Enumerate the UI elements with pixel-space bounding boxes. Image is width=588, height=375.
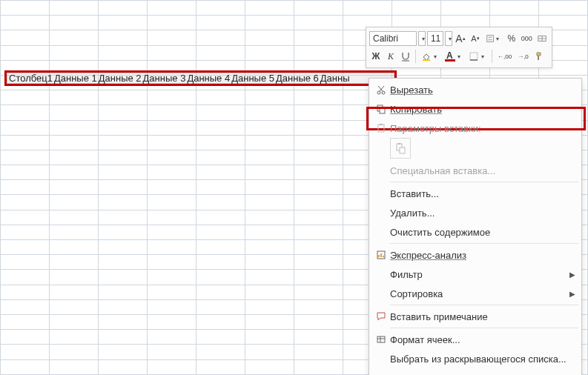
comment-icon — [372, 311, 390, 322]
svg-rect-14 — [377, 336, 385, 342]
menu-sort[interactable]: Сортировка ▶ — [369, 284, 581, 303]
menu-format-cells[interactable]: Формат ячеек... — [369, 330, 581, 349]
svg-rect-8 — [378, 125, 384, 132]
increase-decimal-button[interactable]: ←,00 — [495, 49, 514, 64]
quick-analysis-icon — [372, 250, 390, 260]
menu-label: Копировать — [390, 104, 575, 115]
menu-define-name[interactable]: Присвоить имя... — [369, 368, 581, 375]
svg-rect-3 — [470, 53, 478, 60]
mini-toolbar: Calibri ▾ 11 ▾ A▴ A▾ ▾ % 000 Ж К ▾ А ▾ — [366, 27, 552, 68]
cell-value: Данные 3 — [142, 73, 187, 84]
accounting-format-button[interactable]: ▾ — [483, 31, 503, 46]
menu-separator — [390, 305, 578, 305]
font-name-value: Calibri — [373, 33, 398, 44]
separator — [492, 50, 492, 63]
italic-button[interactable]: К — [384, 49, 397, 64]
scissors-icon — [372, 84, 390, 95]
percent-format-button[interactable]: % — [505, 31, 518, 46]
fill-color-button[interactable]: ▾ — [419, 49, 441, 64]
menu-copy[interactable]: Копировать — [369, 99, 581, 119]
copy-icon — [372, 104, 390, 114]
menu-label: Выбрать из раскрывающегося списка... — [390, 354, 575, 365]
font-name-combo[interactable]: Calibri — [369, 31, 417, 46]
merge-button[interactable] — [535, 31, 549, 46]
cell-value: Данные 4 — [186, 73, 231, 84]
cell-value: Столбец1 — [8, 73, 53, 84]
menu-label: Формат ячеек... — [390, 334, 575, 345]
menu-label: Вырезать — [390, 84, 575, 96]
menu-label: Экспресс-анализ — [390, 250, 575, 261]
menu-paste-special: Специальная вставка... — [369, 161, 581, 180]
font-name-dropdown-icon[interactable]: ▾ — [418, 31, 426, 46]
svg-rect-2 — [423, 59, 430, 61]
menu-separator — [390, 243, 578, 244]
cell-value: Данные 5 — [231, 73, 275, 84]
svg-rect-9 — [380, 124, 383, 125]
menu-label: Вставить... — [390, 188, 575, 199]
menu-label: Удалить... — [390, 208, 575, 219]
font-size-dropdown-icon[interactable]: ▾ — [445, 31, 452, 46]
paste-option-button[interactable] — [390, 138, 411, 159]
clipboard-icon — [372, 123, 390, 133]
menu-insert[interactable]: Вставить... — [369, 184, 581, 203]
menu-clear-contents[interactable]: Очистить содержимое — [369, 222, 581, 242]
font-size-value: 11 — [431, 33, 440, 44]
format-painter-button[interactable] — [532, 49, 547, 64]
menu-separator — [390, 182, 578, 182]
comma-format-button[interactable]: 000 — [520, 31, 534, 46]
menu-pick-from-list[interactable]: Выбрать из раскрывающегося списка... — [369, 349, 581, 368]
borders-button[interactable]: ▾ — [466, 49, 489, 64]
menu-filter[interactable]: Фильтр ▶ — [369, 265, 581, 284]
submenu-arrow-icon: ▶ — [565, 271, 575, 279]
context-menu: Вырезать Копировать Параметры вставки: С… — [369, 78, 582, 375]
svg-point-4 — [377, 91, 380, 94]
menu-label: Очистить содержимое — [390, 227, 575, 238]
submenu-arrow-icon: ▶ — [565, 290, 575, 298]
menu-cut[interactable]: Вырезать — [369, 80, 581, 99]
separator — [415, 50, 416, 63]
decrease-decimal-button[interactable]: →,0 — [515, 49, 531, 64]
cell-value: Данны — [320, 73, 351, 84]
menu-label: Вставить примечание — [390, 311, 575, 322]
svg-rect-12 — [400, 147, 405, 153]
cell-value: Данные 2 — [98, 73, 142, 84]
menu-separator — [390, 328, 578, 328]
svg-rect-0 — [487, 36, 494, 42]
shrink-font-button[interactable]: A▾ — [469, 31, 482, 46]
menu-label: Специальная вставка... — [390, 165, 575, 176]
grow-font-button[interactable]: A▴ — [454, 31, 467, 46]
menu-delete[interactable]: Удалить... — [369, 203, 581, 222]
selected-row-highlight: Столбец1 Данные 1 Данные 2 Данные 3 Данн… — [4, 70, 397, 86]
menu-label: Присвоить имя... — [390, 373, 575, 376]
menu-label: Фильтр — [390, 269, 565, 280]
font-size-combo[interactable]: 11 — [427, 31, 443, 46]
menu-quick-analysis[interactable]: Экспресс-анализ — [369, 245, 581, 265]
bold-button[interactable]: Ж — [369, 49, 383, 64]
underline-button[interactable] — [399, 49, 412, 64]
cell-value: Данные 6 — [275, 73, 320, 84]
menu-label: Сортировка — [390, 288, 565, 299]
menu-label: Параметры вставки: — [390, 123, 575, 134]
svg-rect-7 — [380, 107, 385, 113]
font-color-button[interactable]: А ▾ — [443, 49, 465, 64]
svg-rect-11 — [398, 143, 400, 145]
cell-value: Данные 1 — [53, 73, 98, 84]
menu-paste-options-header: Параметры вставки: — [369, 119, 581, 138]
format-cells-icon — [372, 334, 390, 345]
menu-insert-comment[interactable]: Вставить примечание — [369, 307, 581, 326]
svg-point-5 — [382, 91, 385, 94]
